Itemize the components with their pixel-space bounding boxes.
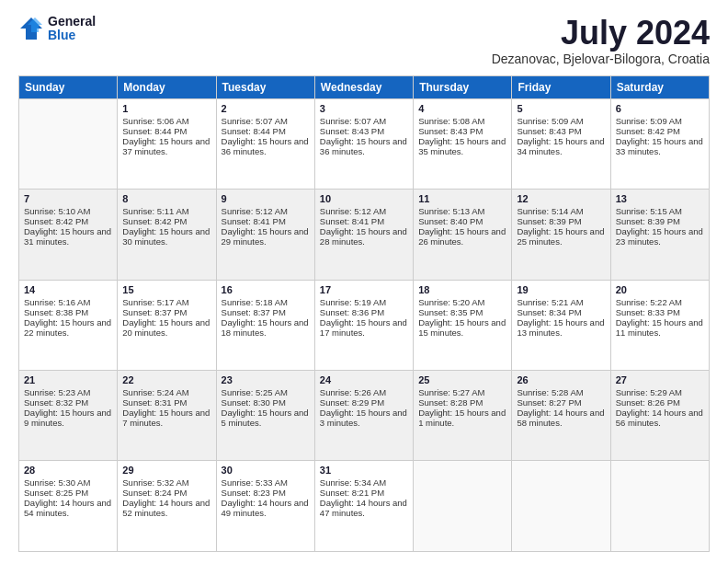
sunset-text: Sunset: 8:34 PM xyxy=(517,307,581,317)
sunrise-text: Sunrise: 5:30 AM xyxy=(24,477,90,488)
day-cell: 14 Sunrise: 5:16 AM Sunset: 8:38 PM Dayl… xyxy=(19,280,118,370)
calendar-table: Sunday Monday Tuesday Wednesday Thursday… xyxy=(18,75,710,552)
sunset-text: Sunset: 8:28 PM xyxy=(418,397,483,408)
day-cell: 3 Sunrise: 5:07 AM Sunset: 8:43 PM Dayli… xyxy=(314,98,413,189)
daylight-text: Daylight: 14 hours and 47 minutes. xyxy=(320,498,407,518)
daylight-text: Daylight: 14 hours and 49 minutes. xyxy=(222,498,309,518)
day-number: 14 xyxy=(24,284,112,295)
day-number: 22 xyxy=(122,374,210,385)
sunrise-text: Sunrise: 5:06 AM xyxy=(122,116,188,126)
sunrise-text: Sunrise: 5:07 AM xyxy=(320,116,386,126)
day-number: 10 xyxy=(320,193,408,204)
logo-general-text: General xyxy=(48,15,96,29)
header: General Blue July 2024 Dezanovac, Bjelov… xyxy=(18,15,710,66)
day-number: 5 xyxy=(517,103,605,114)
sunset-text: Sunset: 8:29 PM xyxy=(320,397,384,408)
daylight-text: Daylight: 15 hours and 25 minutes. xyxy=(517,226,604,247)
sunset-text: Sunset: 8:24 PM xyxy=(122,488,187,498)
sunrise-text: Sunrise: 5:16 AM xyxy=(24,297,90,307)
daylight-text: Daylight: 15 hours and 1 minute. xyxy=(418,408,506,428)
day-number: 18 xyxy=(418,284,506,295)
daylight-text: Daylight: 15 hours and 5 minutes. xyxy=(222,408,309,428)
sunrise-text: Sunrise: 5:32 AM xyxy=(122,477,188,488)
day-number: 3 xyxy=(320,103,408,114)
sunset-text: Sunset: 8:41 PM xyxy=(222,216,286,226)
daylight-text: Daylight: 15 hours and 33 minutes. xyxy=(616,136,703,156)
daylight-text: Daylight: 15 hours and 23 minutes. xyxy=(616,226,703,247)
sunset-text: Sunset: 8:44 PM xyxy=(122,126,187,136)
col-monday: Monday xyxy=(118,75,216,98)
day-number: 31 xyxy=(320,465,408,476)
daylight-text: Daylight: 15 hours and 36 minutes. xyxy=(320,136,407,156)
header-row: Sunday Monday Tuesday Wednesday Thursday… xyxy=(19,75,710,98)
sunset-text: Sunset: 8:27 PM xyxy=(517,397,581,408)
day-number: 25 xyxy=(418,374,506,385)
day-cell: 27 Sunrise: 5:29 AM Sunset: 8:26 PM Dayl… xyxy=(610,371,709,461)
day-cell: 17 Sunrise: 5:19 AM Sunset: 8:36 PM Dayl… xyxy=(314,280,413,370)
sunrise-text: Sunrise: 5:22 AM xyxy=(616,297,682,307)
sunset-text: Sunset: 8:33 PM xyxy=(616,307,680,317)
sunrise-text: Sunrise: 5:20 AM xyxy=(418,297,484,307)
sunrise-text: Sunrise: 5:10 AM xyxy=(24,206,90,216)
daylight-text: Daylight: 15 hours and 36 minutes. xyxy=(222,136,309,156)
sunset-text: Sunset: 8:36 PM xyxy=(320,307,384,317)
daylight-text: Daylight: 15 hours and 34 minutes. xyxy=(517,136,604,156)
day-number: 1 xyxy=(122,103,210,114)
daylight-text: Daylight: 15 hours and 22 minutes. xyxy=(24,317,111,338)
daylight-text: Daylight: 15 hours and 26 minutes. xyxy=(418,226,506,247)
sunrise-text: Sunrise: 5:09 AM xyxy=(616,116,682,126)
day-cell: 31 Sunrise: 5:34 AM Sunset: 8:21 PM Dayl… xyxy=(314,461,413,552)
sunset-text: Sunset: 8:21 PM xyxy=(320,488,384,498)
day-cell: 12 Sunrise: 5:14 AM Sunset: 8:39 PM Dayl… xyxy=(512,190,610,280)
day-cell: 19 Sunrise: 5:21 AM Sunset: 8:34 PM Dayl… xyxy=(512,280,610,370)
sunrise-text: Sunrise: 5:28 AM xyxy=(517,387,583,397)
daylight-text: Daylight: 15 hours and 15 minutes. xyxy=(418,317,506,338)
day-cell: 8 Sunrise: 5:11 AM Sunset: 8:42 PM Dayli… xyxy=(118,190,216,280)
sunset-text: Sunset: 8:43 PM xyxy=(517,126,581,136)
sunrise-text: Sunrise: 5:27 AM xyxy=(418,387,484,397)
day-number: 19 xyxy=(517,284,605,295)
sunrise-text: Sunrise: 5:24 AM xyxy=(122,387,188,397)
sunrise-text: Sunrise: 5:08 AM xyxy=(418,116,484,126)
day-number: 24 xyxy=(320,374,408,385)
col-thursday: Thursday xyxy=(414,75,512,98)
week-row-2: 7 Sunrise: 5:10 AM Sunset: 8:42 PM Dayli… xyxy=(19,190,710,280)
day-cell: 7 Sunrise: 5:10 AM Sunset: 8:42 PM Dayli… xyxy=(19,190,118,280)
week-row-5: 28 Sunrise: 5:30 AM Sunset: 8:25 PM Dayl… xyxy=(19,461,710,552)
logo-text: General Blue xyxy=(48,15,96,43)
daylight-text: Daylight: 15 hours and 13 minutes. xyxy=(517,317,604,338)
col-saturday: Saturday xyxy=(610,75,709,98)
day-cell: 22 Sunrise: 5:24 AM Sunset: 8:31 PM Dayl… xyxy=(118,371,216,461)
sunset-text: Sunset: 8:25 PM xyxy=(24,488,88,498)
day-number: 21 xyxy=(24,374,112,385)
day-number: 29 xyxy=(122,465,210,476)
sunrise-text: Sunrise: 5:18 AM xyxy=(222,297,288,307)
sunrise-text: Sunrise: 5:14 AM xyxy=(517,206,583,216)
sunrise-text: Sunrise: 5:23 AM xyxy=(24,387,90,397)
day-cell xyxy=(414,461,512,552)
day-number: 12 xyxy=(517,193,605,204)
sunrise-text: Sunrise: 5:29 AM xyxy=(616,387,682,397)
day-number: 6 xyxy=(616,103,704,114)
day-cell: 10 Sunrise: 5:12 AM Sunset: 8:41 PM Dayl… xyxy=(314,190,413,280)
day-cell: 4 Sunrise: 5:08 AM Sunset: 8:43 PM Dayli… xyxy=(414,98,512,189)
day-cell: 20 Sunrise: 5:22 AM Sunset: 8:33 PM Dayl… xyxy=(610,280,709,370)
day-cell: 6 Sunrise: 5:09 AM Sunset: 8:42 PM Dayli… xyxy=(610,98,709,189)
day-number: 7 xyxy=(24,193,112,204)
sunrise-text: Sunrise: 5:25 AM xyxy=(222,387,288,397)
sunset-text: Sunset: 8:43 PM xyxy=(418,126,483,136)
day-number: 16 xyxy=(222,284,310,295)
day-cell xyxy=(610,461,709,552)
day-number: 8 xyxy=(122,193,210,204)
sunset-text: Sunset: 8:26 PM xyxy=(616,397,680,408)
day-cell xyxy=(19,98,118,189)
day-cell: 11 Sunrise: 5:13 AM Sunset: 8:40 PM Dayl… xyxy=(414,190,512,280)
sunrise-text: Sunrise: 5:17 AM xyxy=(122,297,188,307)
sunset-text: Sunset: 8:37 PM xyxy=(122,307,187,317)
sunset-text: Sunset: 8:42 PM xyxy=(616,126,680,136)
location-subtitle: Dezanovac, Bjelovar-Bilogora, Croatia xyxy=(492,52,710,66)
daylight-text: Daylight: 15 hours and 3 minutes. xyxy=(320,408,407,428)
day-cell: 1 Sunrise: 5:06 AM Sunset: 8:44 PM Dayli… xyxy=(118,98,216,189)
sunset-text: Sunset: 8:42 PM xyxy=(24,216,88,226)
day-cell: 18 Sunrise: 5:20 AM Sunset: 8:35 PM Dayl… xyxy=(414,280,512,370)
